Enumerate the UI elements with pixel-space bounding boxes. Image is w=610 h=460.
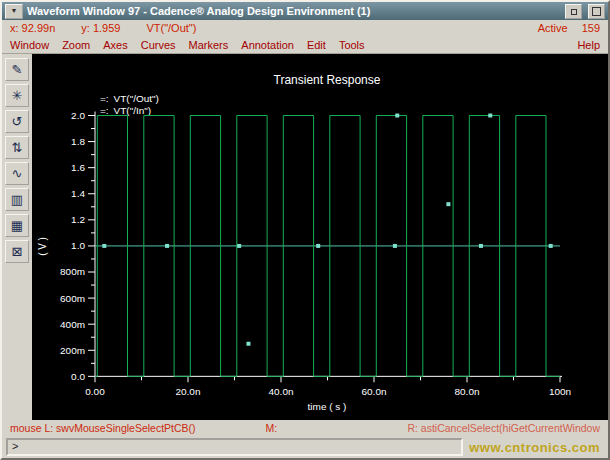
cursor-x-readout: x: 92.99n bbox=[10, 22, 55, 34]
active-count: 159 bbox=[582, 22, 600, 34]
asterisk-icon: ✳ bbox=[12, 88, 23, 103]
triangle-down-icon: ▼ bbox=[11, 7, 18, 14]
svg-text:80.0n: 80.0n bbox=[455, 386, 480, 397]
strip-wave-icon: ∿ bbox=[12, 166, 23, 181]
titlebar[interactable]: ▼ Waveform Window 97 - Cadence® Analog D… bbox=[2, 2, 608, 20]
redraw-button[interactable]: ↺ bbox=[5, 110, 29, 133]
svg-text:800m: 800m bbox=[60, 267, 85, 278]
menu-curves[interactable]: Curves bbox=[141, 39, 176, 51]
close-box-icon: ⊠ bbox=[12, 244, 23, 259]
svg-text:40.0n: 40.0n bbox=[269, 386, 294, 397]
legend-item-out[interactable]: =:VT("/Out") bbox=[100, 93, 159, 104]
active-label: Active bbox=[538, 22, 568, 34]
asterisk-button[interactable]: ✳ bbox=[5, 84, 29, 107]
svg-text:20.0n: 20.0n bbox=[176, 386, 201, 397]
probe-pen-icon: ✎ bbox=[12, 62, 23, 77]
minimize-icon bbox=[571, 9, 577, 15]
svg-text:200m: 200m bbox=[60, 345, 85, 356]
svg-text:2.0: 2.0 bbox=[71, 110, 85, 121]
subwindow-button[interactable]: ▥ bbox=[5, 188, 29, 211]
svg-text:100n: 100n bbox=[549, 386, 571, 397]
menu-axes[interactable]: Axes bbox=[103, 39, 127, 51]
svg-text:0.0: 0.0 bbox=[71, 371, 85, 382]
svg-text:600m: 600m bbox=[60, 293, 85, 304]
marker-group bbox=[102, 114, 552, 346]
svg-text:0.00: 0.00 bbox=[85, 386, 105, 397]
zoom-fit-icon: ⇅ bbox=[12, 140, 23, 155]
legend-item-in[interactable]: =:VT("/In") bbox=[100, 105, 151, 116]
watermark: www.cntronics.com bbox=[469, 440, 600, 455]
cursor-y-readout: y: 1.959 bbox=[81, 22, 120, 34]
mouse-middle-binding: M: bbox=[266, 422, 278, 434]
left-toolbar: ✎ ✳ ↺ ⇅ ∿ ▥ ▦ ⊠ bbox=[2, 54, 32, 420]
strip-wave-button[interactable]: ∿ bbox=[5, 162, 29, 185]
active-status: Active 159 bbox=[538, 22, 600, 34]
waveform-canvas[interactable]: Transient Response =:VT("/Out") =:VT("/I… bbox=[32, 54, 608, 420]
legend: =:VT("/Out") =:VT("/In") bbox=[100, 93, 159, 116]
coordinate-readout-row: x: 92.99n y: 1.959 VT("/Out") Active 159 bbox=[2, 20, 608, 36]
probe-pen-button[interactable]: ✎ bbox=[5, 58, 29, 81]
menu-markers[interactable]: Markers bbox=[189, 39, 229, 51]
grid-button[interactable]: ▦ bbox=[5, 214, 29, 237]
subwindow-icon: ▥ bbox=[11, 192, 23, 207]
menu-annotation[interactable]: Annotation bbox=[241, 39, 294, 51]
plot-title: Transient Response bbox=[274, 73, 381, 87]
svg-text:1.8: 1.8 bbox=[71, 136, 85, 147]
mouse-right-binding: R: astiCancelSelect(hiGetCurrentWindow bbox=[407, 422, 600, 434]
window-title: Waveform Window 97 - Cadence® Analog Des… bbox=[27, 5, 559, 17]
menu-zoom[interactable]: Zoom bbox=[62, 39, 90, 51]
svg-text:60.0n: 60.0n bbox=[362, 386, 387, 397]
close-box-button[interactable]: ⊠ bbox=[5, 240, 29, 263]
command-prompt-bar: > www.cntronics.com bbox=[2, 436, 608, 458]
menu-help[interactable]: Help bbox=[577, 39, 600, 51]
zoom-fit-button[interactable]: ⇅ bbox=[5, 136, 29, 159]
grid-icon: ▦ bbox=[11, 218, 23, 233]
svg-text:400m: 400m bbox=[60, 319, 85, 330]
plot-area[interactable]: Transient Response =:VT("/Out") =:VT("/I… bbox=[32, 54, 608, 420]
maximize-button[interactable] bbox=[588, 4, 605, 19]
menu-edit[interactable]: Edit bbox=[307, 39, 326, 51]
menubar: Window Zoom Axes Curves Markers Annotati… bbox=[2, 36, 608, 54]
menu-window[interactable]: Window bbox=[10, 39, 49, 51]
svg-text:1.6: 1.6 bbox=[71, 162, 85, 173]
x-axis-label: time ( s ) bbox=[308, 401, 347, 412]
y-axis-ticks: 2.01.81.61.41.21.0800m600m400m200m0.0 bbox=[60, 110, 95, 382]
waveform-window: ▼ Waveform Window 97 - Cadence® Analog D… bbox=[0, 0, 610, 460]
command-input[interactable]: > bbox=[6, 438, 463, 456]
svg-text:1.0: 1.0 bbox=[71, 240, 85, 251]
prompt-symbol: > bbox=[12, 440, 18, 452]
y-axis-label: ( V ) bbox=[37, 237, 48, 256]
mouse-binding-status: mouse L: swvMouseSingleSelectPtCB() M: R… bbox=[2, 420, 608, 436]
main-area: ✎ ✳ ↺ ⇅ ∿ ▥ ▦ ⊠ Transient Response =:VT(… bbox=[2, 54, 608, 420]
minimize-button[interactable] bbox=[565, 4, 582, 19]
x-axis-ticks: 0.0020.0n40.0n60.0n80.0n100n bbox=[85, 376, 571, 397]
mouse-left-binding: mouse L: swvMouseSingleSelectPtCB() bbox=[10, 422, 196, 434]
maximize-icon bbox=[592, 7, 601, 16]
menu-tools[interactable]: Tools bbox=[339, 39, 365, 51]
redraw-icon: ↺ bbox=[12, 114, 23, 129]
svg-text:1.2: 1.2 bbox=[71, 214, 85, 225]
svg-text:1.4: 1.4 bbox=[71, 188, 85, 199]
window-menu-button[interactable]: ▼ bbox=[5, 4, 23, 19]
selected-trace-readout: VT("/Out") bbox=[146, 22, 196, 34]
